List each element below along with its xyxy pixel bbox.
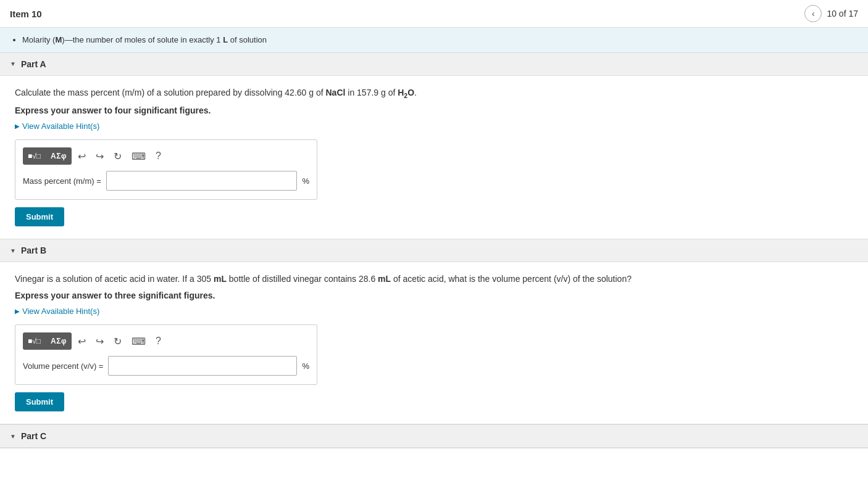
part-a-hint-link[interactable]: ▶ View Available Hint(s) (15, 122, 99, 131)
part-a-help-button[interactable]: ? (152, 148, 165, 164)
part-a-refresh-button[interactable]: ↻ (110, 148, 125, 165)
part-b-content: Vinegar is a solution of acetic acid in … (0, 262, 868, 424)
part-b-instruction: Express your answer to three significant… (15, 291, 853, 300)
part-b-input-label: Volume percent (v/v) = (23, 361, 103, 371)
info-bar: Molarity (M)—the number of moles of solu… (0, 28, 868, 53)
part-a-submit-button[interactable]: Submit (15, 207, 64, 226)
part-a-undo-button[interactable]: ↩ (74, 148, 90, 165)
collapse-arrow-b-icon: ▼ (10, 247, 16, 254)
b-keyboard-icon: ⌨ (131, 336, 146, 347)
part-a-answer-input[interactable] (106, 171, 298, 191)
part-a-input-label: Mass percent (m/m) = (23, 176, 101, 186)
part-c-header[interactable]: ▼ Part C (0, 424, 868, 448)
help-icon: ? (156, 151, 161, 162)
chevron-left-icon: ‹ (812, 9, 815, 19)
b-asf-icon: ΑΣφ (51, 337, 67, 345)
part-b-answer-input[interactable] (108, 356, 297, 376)
part-a-hint-label: View Available Hint(s) (22, 122, 99, 131)
redo-icon: ↪ (96, 151, 104, 162)
part-a-keyboard-button[interactable]: ⌨ (128, 148, 149, 165)
part-a-redo-button[interactable]: ↪ (92, 148, 107, 165)
keyboard-icon: ⌨ (131, 151, 146, 162)
part-a-input-row: Mass percent (m/m) = % (23, 171, 309, 191)
page-header: Item 10 ‹ 10 of 17 (0, 0, 868, 28)
part-a-fraction-button[interactable]: ■√□ (23, 147, 46, 165)
b-undo-icon: ↩ (78, 336, 86, 347)
part-a-question: Calculate the mass percent (m/m) of a so… (15, 86, 853, 101)
part-b-unit: % (302, 361, 309, 371)
part-b-undo-button[interactable]: ↩ (74, 333, 90, 350)
part-c-label: Part C (21, 431, 46, 441)
part-b-fraction-button[interactable]: ■√□ (23, 332, 46, 350)
part-a-unit: % (302, 176, 309, 186)
part-b-refresh-button[interactable]: ↻ (110, 333, 125, 350)
part-b-question: Vinegar is a solution of acetic acid in … (15, 272, 853, 286)
part-a-toolbar-group: ■√□ ΑΣφ (23, 147, 72, 165)
b-help-icon: ? (156, 336, 161, 347)
part-a-answer-box: ■√□ ΑΣφ ↩ ↪ ↻ ⌨ (15, 139, 317, 200)
navigation-controls: ‹ 10 of 17 (804, 5, 858, 22)
part-a-label: Part A (21, 59, 46, 69)
refresh-icon: ↻ (114, 151, 122, 162)
part-c-section: ▼ Part C (0, 424, 868, 448)
part-b-header[interactable]: ▼ Part B (0, 239, 868, 262)
part-b-asf-button[interactable]: ΑΣφ (46, 332, 72, 350)
part-b-hint-link[interactable]: ▶ View Available Hint(s) (15, 307, 99, 316)
undo-icon: ↩ (78, 151, 86, 162)
prev-button[interactable]: ‹ (804, 5, 822, 22)
part-b-help-button[interactable]: ? (152, 333, 165, 349)
part-a-instruction: Express your answer to four significant … (15, 105, 853, 115)
part-a-asf-button[interactable]: ΑΣφ (46, 147, 72, 165)
part-b-hint-label: View Available Hint(s) (22, 307, 99, 316)
asf-icon: ΑΣφ (51, 152, 67, 160)
part-b-section: ▼ Part B Vinegar is a solution of acetic… (0, 239, 868, 424)
collapse-arrow-icon: ▼ (10, 60, 16, 67)
item-title: Item 10 (10, 9, 42, 19)
part-b-answer-box: ■√□ ΑΣφ ↩ ↪ ↻ ⌨ (15, 324, 317, 385)
collapse-arrow-c-icon: ▼ (10, 433, 16, 440)
b-redo-icon: ↪ (96, 336, 104, 347)
part-b-input-row: Volume percent (v/v) = % (23, 356, 309, 376)
b-fraction-icon: ■√□ (28, 337, 41, 345)
nav-counter: 10 of 17 (827, 9, 858, 19)
part-a-header[interactable]: ▼ Part A (0, 53, 868, 76)
part-b-redo-button[interactable]: ↪ (92, 333, 107, 350)
part-a-section: ▼ Part A Calculate the mass percent (m/m… (0, 53, 868, 240)
part-b-toolbar-group: ■√□ ΑΣφ (23, 332, 72, 350)
part-a-content: Calculate the mass percent (m/m) of a so… (0, 76, 868, 239)
part-a-toolbar: ■√□ ΑΣφ ↩ ↪ ↻ ⌨ (23, 147, 309, 165)
hint-arrow-icon: ▶ (15, 123, 20, 130)
part-b-label: Part B (21, 245, 46, 255)
hint-b-arrow-icon: ▶ (15, 308, 20, 315)
b-refresh-icon: ↻ (114, 336, 122, 347)
info-bar-item: Molarity (M)—the number of moles of solu… (22, 34, 858, 46)
part-b-keyboard-button[interactable]: ⌨ (128, 333, 149, 350)
part-b-toolbar: ■√□ ΑΣφ ↩ ↪ ↻ ⌨ (23, 332, 309, 350)
fraction-icon: ■√□ (28, 152, 41, 160)
part-b-submit-button[interactable]: Submit (15, 392, 64, 411)
